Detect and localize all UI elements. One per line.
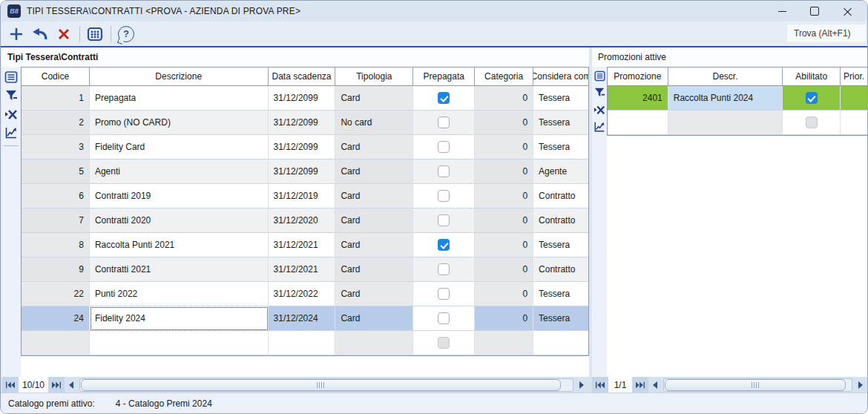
scroll-right-button[interactable]	[576, 377, 588, 393]
cell-prior[interactable]	[841, 111, 867, 135]
cell-data_scadenza[interactable]: 31/12/2021	[269, 233, 336, 257]
cell-categoria[interactable]: 0	[475, 160, 533, 184]
column-header-tipologia[interactable]: Tipologia	[335, 68, 413, 85]
last-record-button[interactable]	[632, 377, 648, 393]
filter-button[interactable]	[593, 86, 606, 99]
table-row[interactable]: 3Fidelity Card31/12/2099Card0Tessera	[22, 135, 588, 160]
horizontal-scrollbar[interactable]	[663, 378, 852, 392]
cell-abilitato[interactable]	[783, 86, 841, 111]
row-menu-button[interactable]	[3, 69, 19, 85]
new-row-placeholder[interactable]	[22, 331, 588, 355]
cell-data_scadenza[interactable]: 31/12/2099	[269, 86, 336, 111]
scroll-left-button[interactable]	[649, 377, 661, 393]
cell-considera_come[interactable]: Contratto	[533, 257, 588, 282]
cell-prepagata[interactable]	[413, 208, 475, 233]
minimize-button[interactable]	[771, 3, 793, 19]
cell-codice[interactable]: 1	[22, 86, 90, 111]
cell-codice[interactable]: 6	[22, 184, 90, 208]
cell-considera_come[interactable]: Tessera	[533, 86, 588, 111]
cell-prepagata[interactable]	[413, 111, 475, 135]
cell-tipologia[interactable]	[335, 331, 413, 355]
cell-tipologia[interactable]: Card	[335, 306, 413, 331]
cell-considera_come[interactable]: Tessera	[533, 135, 588, 160]
table-row[interactable]: 8Raccolta Punti 202131/12/2021Card0Tesse…	[22, 233, 588, 257]
new-row-placeholder[interactable]	[608, 111, 867, 135]
cell-descrizione[interactable]: Raccolta Punti 2021	[90, 233, 269, 257]
cell-data_scadenza[interactable]: 31/12/2099	[269, 160, 336, 184]
cell-data_scadenza[interactable]: 31/12/2020	[269, 208, 336, 233]
prepagata-checkbox[interactable]	[438, 312, 450, 324]
cell-prepagata[interactable]	[413, 160, 475, 184]
cell-categoria[interactable]: 0	[475, 257, 533, 282]
cell-categoria[interactable]: 0	[475, 233, 533, 257]
column-header-descr[interactable]: Descr.	[668, 68, 783, 85]
cell-considera_come[interactable]: Tessera	[533, 282, 588, 306]
cell-data_scadenza[interactable]: 31/12/2024	[269, 306, 336, 331]
cell-codice[interactable]: 24	[22, 306, 90, 331]
column-header-data_scadenza[interactable]: Data scadenza	[269, 68, 336, 85]
cell-tipologia[interactable]: Card	[335, 233, 413, 257]
cell-prepagata[interactable]	[413, 135, 475, 160]
cell-codice[interactable]: 9	[22, 257, 90, 282]
table-row[interactable]: 24Fidelity 202431/12/2024Card0Tessera	[22, 306, 588, 331]
cell-categoria[interactable]: 0	[475, 184, 533, 208]
cell-descrizione[interactable]: Prepagata	[90, 86, 269, 111]
prepagata-checkbox[interactable]	[438, 288, 450, 300]
table-row[interactable]: 2401Raccolta Punti 2024	[608, 86, 867, 111]
cell-data_scadenza[interactable]: 31/12/2099	[269, 111, 336, 135]
cell-considera_come[interactable]: Tessera	[533, 111, 588, 135]
column-header-prepagata[interactable]: Prepagata	[413, 68, 475, 85]
grid-view-button[interactable]	[85, 24, 105, 44]
cell-descrizione[interactable]: Punti 2022	[90, 282, 269, 306]
clear-filter-button[interactable]	[3, 106, 19, 122]
cell-categoria[interactable]: 0	[475, 306, 533, 331]
cell-descr[interactable]: Raccolta Punti 2024	[668, 86, 783, 111]
cell-descrizione[interactable]: Fidelity Card	[90, 135, 269, 160]
prepagata-checkbox[interactable]	[438, 92, 450, 104]
cell-descrizione[interactable]: Contratti 2021	[90, 257, 269, 282]
cell-prior[interactable]	[841, 86, 867, 111]
prepagata-checkbox[interactable]	[438, 116, 450, 128]
cell-prepagata[interactable]	[413, 306, 475, 331]
cell-tipologia[interactable]: Card	[335, 282, 413, 306]
table-row[interactable]: 6Contratti 201931/12/2019Card0Contratto	[22, 184, 588, 208]
cell-categoria[interactable]: 0	[475, 282, 533, 306]
cell-tipologia[interactable]: No card	[335, 111, 413, 135]
cell-categoria[interactable]: 0	[475, 86, 533, 111]
cell-tipologia[interactable]: Card	[335, 135, 413, 160]
find-box[interactable]: Trova (Alt+F1)	[786, 24, 867, 43]
cell-descrizione[interactable]: Agenti	[90, 160, 269, 184]
column-header-considera_come[interactable]: Considera com	[533, 68, 588, 85]
cell-tipologia[interactable]: Card	[335, 86, 413, 111]
undo-button[interactable]	[30, 24, 50, 44]
cell-categoria[interactable]: 0	[475, 135, 533, 160]
prepagata-checkbox[interactable]	[438, 214, 450, 226]
cell-descr[interactable]	[668, 111, 783, 135]
cell-data_scadenza[interactable]	[269, 331, 336, 355]
prepagata-checkbox[interactable]	[438, 141, 450, 153]
cell-considera_come[interactable]: Agente	[533, 160, 588, 184]
column-header-prior[interactable]: Prior.	[841, 68, 867, 85]
cell-codice[interactable]: 22	[22, 282, 90, 306]
chart-button[interactable]	[593, 120, 606, 134]
cell-categoria[interactable]	[475, 331, 533, 355]
cell-descrizione[interactable]: Contratti 2020	[90, 208, 269, 233]
horizontal-scrollbar[interactable]	[79, 378, 573, 392]
cell-considera_come[interactable]: Contratto	[533, 208, 588, 233]
cell-data_scadenza[interactable]: 31/12/2021	[269, 257, 336, 282]
cell-codice[interactable]: 7	[22, 208, 90, 233]
prepagata-checkbox[interactable]	[438, 165, 450, 177]
column-header-codice[interactable]: Codice	[22, 68, 90, 85]
prepagata-checkbox[interactable]	[438, 190, 450, 202]
cell-considera_come[interactable]: Tessera	[533, 306, 588, 331]
column-header-categoria[interactable]: Categoria	[475, 68, 533, 85]
scrollbar-thumb[interactable]	[665, 379, 846, 391]
cell-codice[interactable]: 3	[22, 135, 90, 160]
scroll-right-button[interactable]	[855, 377, 867, 393]
cell-tipologia[interactable]: Card	[335, 160, 413, 184]
cell-descrizione-editing[interactable]: Fidelity 2024	[90, 306, 269, 331]
cell-prepagata[interactable]	[413, 257, 475, 282]
cell-codice[interactable]: 2	[22, 111, 90, 135]
cell-categoria[interactable]: 0	[475, 111, 533, 135]
cell-prepagata[interactable]	[413, 184, 475, 208]
